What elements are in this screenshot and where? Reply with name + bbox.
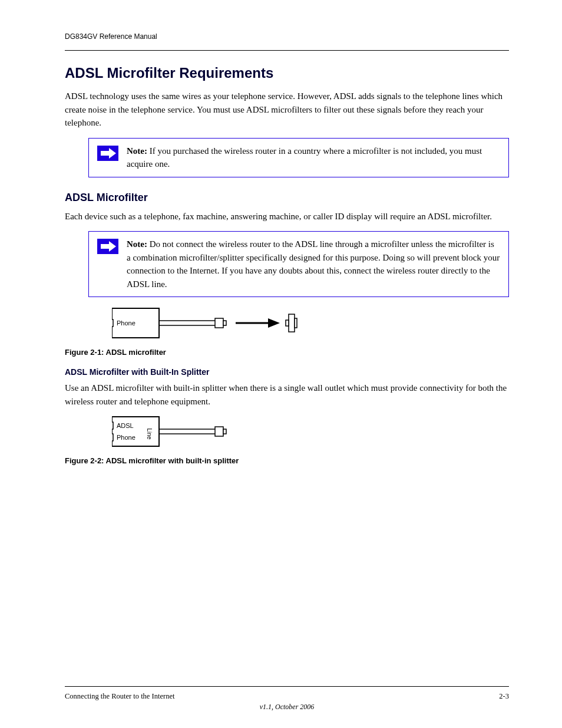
section-heading: ADSL Microfilter Requirements bbox=[65, 65, 509, 81]
note-box-2: Note: Do not connect the wireless router… bbox=[88, 231, 509, 297]
svg-rect-8 bbox=[215, 318, 223, 328]
footer: Connecting the Router to the Internet 2-… bbox=[65, 692, 509, 701]
paragraph-1: ADSL technology uses the same wires as y… bbox=[65, 90, 509, 130]
header-rule bbox=[65, 50, 509, 51]
note-2-text: Note: Do not connect the wireless router… bbox=[127, 238, 500, 291]
svg-rect-12 bbox=[289, 314, 295, 332]
svg-rect-9 bbox=[223, 321, 226, 325]
footer-rule bbox=[65, 686, 509, 687]
paragraph-3: Use an ADSL microfilter with built-in sp… bbox=[65, 381, 509, 408]
arrow-right-icon bbox=[97, 239, 118, 254]
paragraph-2: Each device such as a telephone, fax mac… bbox=[65, 210, 509, 223]
footer-right: 2-3 bbox=[499, 692, 509, 701]
figure-2-caption: Figure 2-2: ADSL microfilter with built-… bbox=[65, 456, 509, 465]
minor-heading: ADSL Microfilter with Built-In Splitter bbox=[65, 367, 509, 377]
figure-1: Phone bbox=[112, 305, 509, 343]
svg-rect-13 bbox=[286, 320, 289, 326]
splitter-label-line: Line bbox=[146, 429, 153, 440]
note-1-body: If you purchased the wireless router in … bbox=[127, 146, 482, 169]
svg-rect-16 bbox=[112, 422, 113, 429]
note-1-label: Note: bbox=[127, 146, 147, 156]
subsection-heading: ADSL Microfilter bbox=[65, 192, 509, 204]
note-1-text: Note: If you purchased the wireless rout… bbox=[127, 144, 500, 171]
svg-rect-17 bbox=[112, 434, 113, 441]
svg-rect-21 bbox=[223, 429, 226, 434]
figure-1-caption: Figure 2-1: ADSL microfilter bbox=[65, 348, 509, 357]
svg-rect-5 bbox=[112, 319, 113, 327]
footer-left: Connecting the Router to the Internet bbox=[65, 692, 174, 701]
note-2-body: Do not connect the wireless router to th… bbox=[127, 239, 500, 289]
footer-version: v1.1, October 2006 bbox=[260, 703, 315, 711]
header-left: DG834GV Reference Manual bbox=[65, 32, 157, 41]
footer-version-line: v1.1, October 2006 bbox=[65, 701, 509, 711]
filter-label-phone: Phone bbox=[117, 319, 135, 327]
note-2-label: Note: bbox=[127, 239, 147, 249]
figure-2: ADSL Phone Line bbox=[112, 414, 509, 452]
running-header: DG834GV Reference Manual bbox=[65, 32, 509, 41]
note-box-1: Note: If you purchased the wireless rout… bbox=[88, 138, 509, 177]
svg-marker-11 bbox=[268, 318, 280, 328]
arrow-right-icon bbox=[97, 146, 118, 161]
splitter-label-phone: Phone bbox=[117, 434, 135, 441]
svg-rect-20 bbox=[215, 427, 223, 436]
splitter-label-adsl: ADSL bbox=[117, 422, 134, 429]
page: DG834GV Reference Manual ADSL Microfilte… bbox=[0, 0, 562, 728]
svg-rect-14 bbox=[295, 318, 297, 328]
